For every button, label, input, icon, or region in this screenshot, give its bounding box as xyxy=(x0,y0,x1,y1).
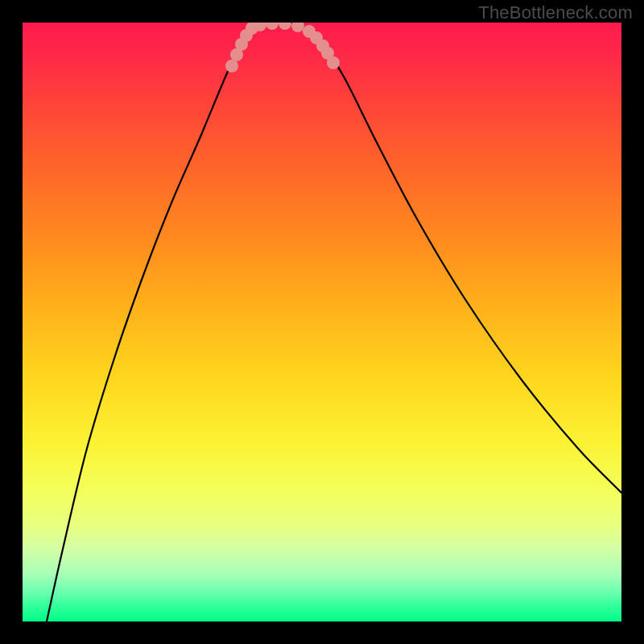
marker-group xyxy=(225,23,340,72)
marker-bottom-4 xyxy=(291,23,304,32)
plot-area xyxy=(23,23,621,621)
marker-left-1 xyxy=(225,60,238,72)
marker-bottom-2 xyxy=(266,23,279,30)
chart-svg xyxy=(23,23,621,621)
watermark-text: TheBottleneck.com xyxy=(478,2,633,23)
marker-right-4 xyxy=(327,56,340,69)
chart-container: TheBottleneck.com xyxy=(0,0,644,644)
curve-path xyxy=(47,23,621,621)
marker-bottom-3 xyxy=(279,23,291,30)
